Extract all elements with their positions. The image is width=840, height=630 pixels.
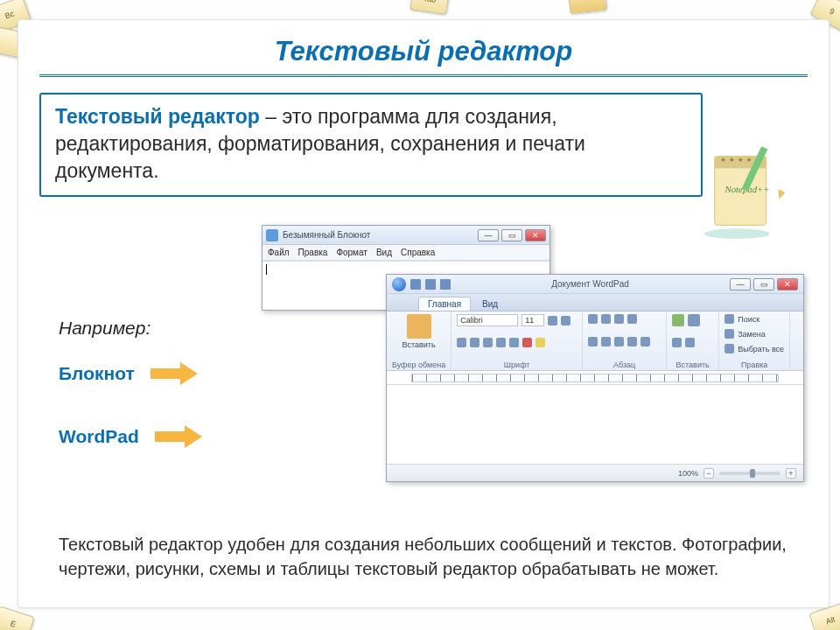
ribbon: Вставить Буфер обмена Calibri 11 bbox=[387, 312, 803, 371]
keycap-decor bbox=[568, 0, 607, 14]
group-label-editing: Правка bbox=[724, 359, 784, 369]
find-label[interactable]: Поиск bbox=[738, 315, 760, 324]
ruler bbox=[387, 371, 803, 385]
slide-frame: Текстовый редактор Текстовый редактор – … bbox=[18, 19, 830, 608]
close-button[interactable]: ✕ bbox=[777, 278, 798, 290]
menu-help[interactable]: Справка bbox=[401, 248, 435, 257]
paragraph-dialog-icon[interactable] bbox=[640, 337, 650, 346]
menu-format[interactable]: Формат bbox=[336, 248, 368, 257]
wordpad-window: Документ WordPad — ▭ ✕ Главная Вид Встав… bbox=[386, 274, 804, 482]
qat-undo-icon[interactable] bbox=[425, 279, 436, 290]
tab-home[interactable]: Главная bbox=[418, 297, 471, 311]
app-menu-button[interactable] bbox=[392, 277, 406, 291]
tab-view[interactable]: Вид bbox=[472, 297, 508, 311]
find-icon[interactable] bbox=[724, 314, 734, 324]
align-center-icon[interactable] bbox=[601, 337, 611, 346]
menu-edit[interactable]: Правка bbox=[298, 248, 328, 257]
group-label-paragraph: Абзац bbox=[588, 359, 661, 369]
select-all-icon[interactable] bbox=[724, 344, 734, 354]
zoom-in-button[interactable]: + bbox=[786, 468, 796, 479]
paste-icon[interactable] bbox=[407, 314, 431, 339]
grow-font-icon[interactable] bbox=[548, 316, 557, 326]
example-wordpad-name: WordPad bbox=[59, 426, 139, 447]
example-notepad-name: Блокнот bbox=[59, 363, 135, 384]
qat-save-icon[interactable] bbox=[410, 279, 421, 290]
align-left-icon[interactable] bbox=[588, 337, 598, 346]
underline-icon[interactable] bbox=[483, 338, 493, 347]
ribbon-group-font: Calibri 11 Шрифт bbox=[452, 312, 583, 370]
ruler-track[interactable] bbox=[411, 374, 779, 382]
italic-icon[interactable] bbox=[470, 338, 480, 347]
insert-picture-icon[interactable] bbox=[672, 314, 684, 326]
wordpad-document-area[interactable] bbox=[387, 385, 803, 464]
wordpad-title-text: Документ WordPad bbox=[455, 279, 725, 289]
select-all-label[interactable]: Выбрать все bbox=[738, 345, 784, 354]
arrow-icon bbox=[150, 365, 200, 382]
definition-text: Текстовый редактор – это программа для с… bbox=[55, 103, 687, 185]
notepad-app-icon bbox=[266, 229, 278, 242]
minimize-button[interactable]: — bbox=[478, 229, 499, 242]
shrink-font-icon[interactable] bbox=[561, 316, 570, 326]
highlight-icon[interactable] bbox=[536, 338, 545, 347]
examples-block: Например: Блокнот WordPad bbox=[59, 318, 234, 489]
notepad-title-text: Безымянный Блокнот bbox=[283, 230, 478, 240]
inc-indent-icon[interactable] bbox=[601, 314, 611, 324]
arrow-icon bbox=[155, 428, 204, 445]
maximize-button[interactable]: ▭ bbox=[501, 229, 522, 242]
zoom-slider[interactable] bbox=[719, 472, 780, 475]
dec-indent-icon[interactable] bbox=[588, 314, 598, 324]
zoom-thumb[interactable] bbox=[750, 469, 755, 478]
replace-icon[interactable] bbox=[724, 329, 734, 339]
font-name-select[interactable]: Calibri bbox=[457, 314, 518, 326]
svg-point-5 bbox=[738, 158, 742, 162]
insert-object-icon[interactable] bbox=[685, 338, 695, 347]
zoom-out-button[interactable]: − bbox=[704, 468, 714, 479]
group-label-font: Шрифт bbox=[457, 359, 577, 369]
strike-icon[interactable] bbox=[496, 338, 506, 347]
qat-redo-icon[interactable] bbox=[440, 279, 451, 290]
example-wordpad-row: WordPad bbox=[59, 426, 234, 447]
ribbon-group-clipboard: Вставить Буфер обмена bbox=[387, 312, 452, 370]
subscript-icon[interactable] bbox=[509, 338, 519, 347]
notepad-plus-icon: Notepad++ bbox=[699, 138, 802, 243]
maximize-button[interactable]: ▭ bbox=[753, 278, 774, 290]
definition-box: Текстовый редактор – это программа для с… bbox=[39, 93, 703, 197]
svg-point-6 bbox=[747, 158, 751, 162]
examples-label: Например: bbox=[59, 318, 234, 339]
wordpad-statusbar: 100% − + bbox=[387, 464, 803, 481]
definition-term: Текстовый редактор bbox=[55, 105, 260, 128]
notepad-titlebar: Безымянный Блокнот — ▭ ✕ bbox=[262, 226, 550, 245]
svg-point-4 bbox=[730, 158, 733, 162]
page-title: Текстовый редактор bbox=[39, 36, 808, 67]
replace-label[interactable]: Замена bbox=[738, 330, 766, 339]
group-label-insert: Вставить bbox=[672, 359, 713, 369]
svg-point-0 bbox=[704, 228, 770, 239]
ribbon-group-editing: Поиск Замена Выбрать все Правка bbox=[719, 312, 790, 370]
ribbon-group-insert: Вставить bbox=[667, 312, 719, 370]
zoom-value: 100% bbox=[678, 469, 698, 478]
keycap-decor: Tab bbox=[410, 0, 450, 15]
menu-file[interactable]: Файл bbox=[268, 248, 290, 257]
insert-drawing-icon[interactable] bbox=[688, 314, 700, 326]
notepad-menubar: Файл Правка Формат Вид Справка bbox=[262, 245, 550, 261]
bullets-icon[interactable] bbox=[614, 314, 624, 324]
align-right-icon[interactable] bbox=[614, 337, 624, 346]
group-label-clipboard: Буфер обмена bbox=[392, 359, 445, 369]
bold-icon[interactable] bbox=[457, 338, 466, 347]
close-button[interactable]: ✕ bbox=[525, 229, 546, 242]
font-color-icon[interactable] bbox=[522, 338, 532, 347]
paste-label: Вставить bbox=[402, 340, 436, 349]
line-spacing-icon[interactable] bbox=[627, 314, 637, 324]
font-size-select[interactable]: 11 bbox=[522, 314, 544, 326]
minimize-button[interactable]: — bbox=[730, 278, 751, 290]
footnote-text: Текстовый редактор удобен для создания н… bbox=[59, 532, 794, 581]
svg-point-3 bbox=[722, 158, 725, 162]
ribbon-group-paragraph: Абзац bbox=[583, 312, 667, 370]
wordpad-titlebar: Документ WordPad — ▭ ✕ bbox=[387, 275, 803, 294]
justify-icon[interactable] bbox=[627, 337, 637, 346]
keycap-decor: E bbox=[0, 606, 35, 630]
insert-datetime-icon[interactable] bbox=[672, 338, 682, 347]
menu-view[interactable]: Вид bbox=[376, 248, 392, 257]
ribbon-tabs: Главная Вид bbox=[387, 294, 803, 312]
svg-marker-10 bbox=[778, 189, 785, 200]
